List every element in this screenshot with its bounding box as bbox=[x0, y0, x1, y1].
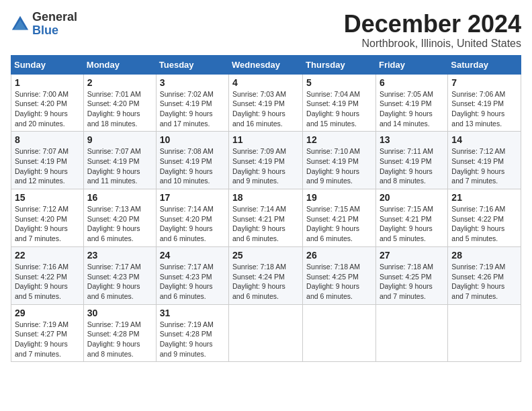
day-number: 2 bbox=[87, 77, 152, 88]
calendar-day-7: 7Sunrise: 7:06 AMSunset: 4:19 PMDaylight… bbox=[448, 74, 521, 132]
day-info: Sunrise: 7:03 AMSunset: 4:19 PMDaylight:… bbox=[232, 89, 299, 129]
day-number: 4 bbox=[232, 77, 299, 88]
empty-cell bbox=[448, 304, 521, 362]
day-info: Sunrise: 7:18 AMSunset: 4:25 PMDaylight:… bbox=[380, 262, 444, 302]
day-info: Sunrise: 7:04 AMSunset: 4:19 PMDaylight:… bbox=[306, 89, 372, 129]
calendar-day-2: 2Sunrise: 7:01 AMSunset: 4:20 PMDaylight… bbox=[83, 74, 156, 132]
day-info: Sunrise: 7:14 AMSunset: 4:20 PMDaylight:… bbox=[160, 204, 225, 244]
calendar-day-10: 10Sunrise: 7:08 AMSunset: 4:19 PMDayligh… bbox=[156, 132, 228, 189]
calendar-subtitle: Northbrook, Illinois, United States bbox=[344, 38, 521, 50]
page-header: General Blue December 2024 Northbrook, I… bbox=[11, 11, 521, 50]
day-number: 27 bbox=[380, 250, 444, 261]
day-info: Sunrise: 7:14 AMSunset: 4:21 PMDaylight:… bbox=[232, 204, 299, 244]
calendar-day-12: 12Sunrise: 7:10 AMSunset: 4:19 PMDayligh… bbox=[303, 132, 376, 189]
logo: General Blue bbox=[11, 11, 77, 38]
calendar-day-18: 18Sunrise: 7:14 AMSunset: 4:21 PMDayligh… bbox=[229, 189, 303, 247]
day-number: 30 bbox=[87, 308, 152, 318]
day-number: 28 bbox=[451, 250, 517, 261]
day-number: 6 bbox=[380, 77, 444, 88]
calendar-day-27: 27Sunrise: 7:18 AMSunset: 4:25 PMDayligh… bbox=[375, 246, 447, 304]
title-block: December 2024 Northbrook, Illinois, Unit… bbox=[344, 11, 521, 50]
calendar-day-30: 30Sunrise: 7:19 AMSunset: 4:28 PMDayligh… bbox=[83, 304, 156, 362]
calendar-day-9: 9Sunrise: 7:07 AMSunset: 4:19 PMDaylight… bbox=[83, 132, 156, 189]
column-header-tuesday: Tuesday bbox=[156, 55, 228, 74]
calendar-day-4: 4Sunrise: 7:03 AMSunset: 4:19 PMDaylight… bbox=[229, 74, 303, 132]
day-info: Sunrise: 7:19 AMSunset: 4:26 PMDaylight:… bbox=[451, 262, 517, 302]
day-info: Sunrise: 7:18 AMSunset: 4:24 PMDaylight:… bbox=[232, 262, 299, 302]
day-info: Sunrise: 7:17 AMSunset: 4:23 PMDaylight:… bbox=[160, 262, 225, 302]
empty-cell bbox=[303, 304, 376, 362]
day-number: 24 bbox=[160, 250, 225, 261]
calendar-day-22: 22Sunrise: 7:16 AMSunset: 4:22 PMDayligh… bbox=[11, 246, 84, 304]
day-number: 19 bbox=[306, 192, 372, 203]
calendar-week-3: 15Sunrise: 7:12 AMSunset: 4:20 PMDayligh… bbox=[11, 189, 521, 247]
logo-icon bbox=[11, 15, 30, 34]
day-info: Sunrise: 7:10 AMSunset: 4:19 PMDaylight:… bbox=[306, 146, 372, 186]
calendar-title: December 2024 bbox=[344, 11, 521, 38]
day-info: Sunrise: 7:15 AMSunset: 4:21 PMDaylight:… bbox=[380, 204, 444, 244]
day-info: Sunrise: 7:09 AMSunset: 4:19 PMDaylight:… bbox=[232, 146, 299, 186]
calendar-day-17: 17Sunrise: 7:14 AMSunset: 4:20 PMDayligh… bbox=[156, 189, 228, 247]
day-number: 9 bbox=[87, 134, 152, 145]
logo-general-text: General bbox=[32, 11, 77, 24]
day-info: Sunrise: 7:16 AMSunset: 4:22 PMDaylight:… bbox=[15, 262, 80, 302]
calendar-week-1: 1Sunrise: 7:00 AMSunset: 4:20 PMDaylight… bbox=[11, 74, 521, 132]
day-number: 31 bbox=[160, 308, 225, 318]
calendar-day-6: 6Sunrise: 7:05 AMSunset: 4:19 PMDaylight… bbox=[375, 74, 447, 132]
day-number: 21 bbox=[451, 192, 517, 203]
calendar-day-24: 24Sunrise: 7:17 AMSunset: 4:23 PMDayligh… bbox=[156, 246, 228, 304]
calendar-day-8: 8Sunrise: 7:07 AMSunset: 4:19 PMDaylight… bbox=[11, 132, 84, 189]
day-number: 18 bbox=[232, 192, 299, 203]
calendar-day-3: 3Sunrise: 7:02 AMSunset: 4:19 PMDaylight… bbox=[156, 74, 228, 132]
day-number: 22 bbox=[15, 250, 80, 261]
calendar-day-16: 16Sunrise: 7:13 AMSunset: 4:20 PMDayligh… bbox=[83, 189, 156, 247]
calendar-day-15: 15Sunrise: 7:12 AMSunset: 4:20 PMDayligh… bbox=[11, 189, 84, 247]
day-info: Sunrise: 7:19 AMSunset: 4:27 PMDaylight:… bbox=[15, 320, 80, 359]
day-number: 26 bbox=[306, 250, 372, 261]
day-info: Sunrise: 7:15 AMSunset: 4:21 PMDaylight:… bbox=[306, 204, 372, 244]
empty-cell bbox=[375, 304, 447, 362]
logo-blue-text: Blue bbox=[32, 24, 77, 38]
column-header-saturday: Saturday bbox=[448, 55, 521, 74]
day-number: 8 bbox=[15, 134, 80, 145]
column-header-monday: Monday bbox=[83, 55, 156, 74]
day-number: 23 bbox=[87, 250, 152, 261]
day-number: 16 bbox=[87, 192, 152, 203]
day-info: Sunrise: 7:02 AMSunset: 4:19 PMDaylight:… bbox=[160, 89, 225, 129]
calendar-day-14: 14Sunrise: 7:12 AMSunset: 4:19 PMDayligh… bbox=[448, 132, 521, 189]
column-header-friday: Friday bbox=[375, 55, 447, 74]
calendar-day-25: 25Sunrise: 7:18 AMSunset: 4:24 PMDayligh… bbox=[229, 246, 303, 304]
day-number: 20 bbox=[380, 192, 444, 203]
day-info: Sunrise: 7:16 AMSunset: 4:22 PMDaylight:… bbox=[451, 204, 517, 244]
calendar-day-23: 23Sunrise: 7:17 AMSunset: 4:23 PMDayligh… bbox=[83, 246, 156, 304]
day-number: 3 bbox=[160, 77, 225, 88]
empty-cell bbox=[229, 304, 303, 362]
day-info: Sunrise: 7:18 AMSunset: 4:25 PMDaylight:… bbox=[306, 262, 372, 302]
calendar-table: SundayMondayTuesdayWednesdayThursdayFrid… bbox=[11, 55, 521, 363]
day-info: Sunrise: 7:08 AMSunset: 4:19 PMDaylight:… bbox=[160, 146, 225, 186]
calendar-day-19: 19Sunrise: 7:15 AMSunset: 4:21 PMDayligh… bbox=[303, 189, 376, 247]
day-info: Sunrise: 7:12 AMSunset: 4:19 PMDaylight:… bbox=[451, 146, 517, 186]
day-info: Sunrise: 7:05 AMSunset: 4:19 PMDaylight:… bbox=[380, 89, 444, 129]
column-header-thursday: Thursday bbox=[303, 55, 376, 74]
day-number: 7 bbox=[451, 77, 517, 88]
day-info: Sunrise: 7:19 AMSunset: 4:28 PMDaylight:… bbox=[87, 320, 152, 359]
calendar-day-26: 26Sunrise: 7:18 AMSunset: 4:25 PMDayligh… bbox=[303, 246, 376, 304]
day-number: 14 bbox=[451, 134, 517, 145]
calendar-day-1: 1Sunrise: 7:00 AMSunset: 4:20 PMDaylight… bbox=[11, 74, 84, 132]
day-number: 12 bbox=[306, 134, 372, 145]
day-info: Sunrise: 7:06 AMSunset: 4:19 PMDaylight:… bbox=[451, 89, 517, 129]
calendar-week-5: 29Sunrise: 7:19 AMSunset: 4:27 PMDayligh… bbox=[11, 304, 521, 362]
day-number: 5 bbox=[306, 77, 372, 88]
calendar-day-29: 29Sunrise: 7:19 AMSunset: 4:27 PMDayligh… bbox=[11, 304, 84, 362]
day-info: Sunrise: 7:07 AMSunset: 4:19 PMDaylight:… bbox=[15, 146, 80, 186]
calendar-week-2: 8Sunrise: 7:07 AMSunset: 4:19 PMDaylight… bbox=[11, 132, 521, 189]
calendar-header-row: SundayMondayTuesdayWednesdayThursdayFrid… bbox=[11, 55, 521, 74]
day-info: Sunrise: 7:17 AMSunset: 4:23 PMDaylight:… bbox=[87, 262, 152, 302]
calendar-week-4: 22Sunrise: 7:16 AMSunset: 4:22 PMDayligh… bbox=[11, 246, 521, 304]
calendar-day-31: 31Sunrise: 7:19 AMSunset: 4:28 PMDayligh… bbox=[156, 304, 228, 362]
day-number: 13 bbox=[380, 134, 444, 145]
calendar-day-5: 5Sunrise: 7:04 AMSunset: 4:19 PMDaylight… bbox=[303, 74, 376, 132]
day-info: Sunrise: 7:11 AMSunset: 4:19 PMDaylight:… bbox=[380, 146, 444, 186]
day-number: 17 bbox=[160, 192, 225, 203]
